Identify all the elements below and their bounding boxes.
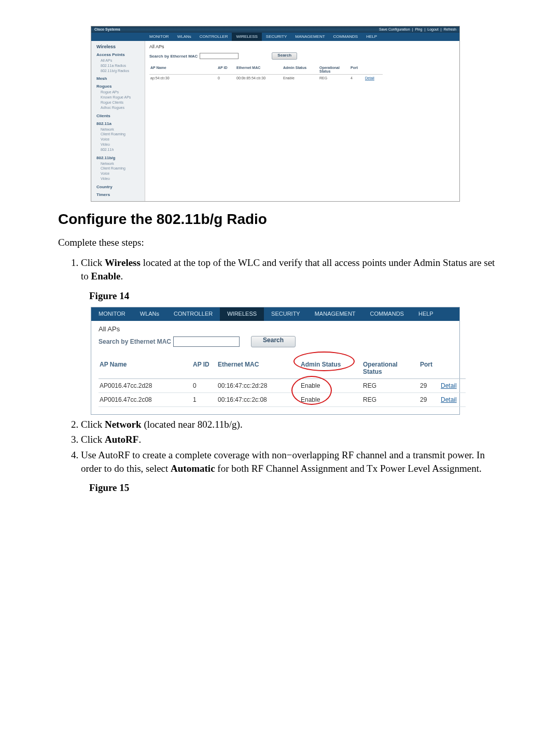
page-title: All APs xyxy=(99,325,452,333)
cell-mac: 00:0b:85:54:cb:30 xyxy=(235,75,282,81)
cell-port: 29 xyxy=(419,393,440,407)
cell-ap-name: AP0016.47cc.2c08 xyxy=(99,393,192,407)
tab-monitor[interactable]: MONITOR xyxy=(91,307,133,321)
col-mac: Ethernet MAC xyxy=(235,65,282,75)
cell-detail: Detail xyxy=(440,379,466,393)
vendor-label: Cisco Systems xyxy=(94,27,120,33)
sidebar-sub-adhoc-rogues[interactable]: Adhoc Rogues xyxy=(101,105,144,110)
cell-ap-id: 0 xyxy=(192,379,217,393)
search-input[interactable] xyxy=(173,336,240,347)
search-button[interactable]: Search xyxy=(251,336,296,347)
sidebar-sub-80211bg-network[interactable]: Network xyxy=(101,161,144,166)
sidebar-sub-80211a-voice[interactable]: Voice xyxy=(101,137,144,142)
sidebar-cat-80211bg[interactable]: 802.11b/g xyxy=(96,156,144,160)
col-mac: Ethernet MAC xyxy=(217,359,300,379)
cell-admin: Enable xyxy=(300,379,362,393)
tab-management[interactable]: MANAGEMENT xyxy=(291,33,329,41)
cell-mac: 00:16:47:cc:2c:08 xyxy=(217,393,300,407)
cell-admin: Enable xyxy=(300,393,362,407)
step-2: Click Network (located near 802.11b/g). xyxy=(81,418,502,431)
tab-controller[interactable]: CONTROLLER xyxy=(195,33,232,41)
detail-link[interactable]: Detail xyxy=(365,76,374,80)
tab-help[interactable]: HELP xyxy=(411,307,441,321)
sidebar-sub-80211a-video[interactable]: Video xyxy=(101,142,144,147)
cell-ap-id: 1 xyxy=(192,393,217,407)
col-admin: Admin Status xyxy=(282,65,318,75)
col-ap-id: AP ID xyxy=(217,65,235,75)
sidebar-sub-80211h[interactable]: 802.11h xyxy=(101,147,144,152)
tab-commands[interactable]: COMMANDS xyxy=(363,307,411,321)
tab-wireless[interactable]: WIRELESS xyxy=(232,33,261,41)
cell-op: REG xyxy=(362,393,419,407)
cell-mac: 00:16:47:cc:2d:28 xyxy=(217,379,300,393)
sidebar-cat-clients[interactable]: Clients xyxy=(96,114,144,118)
detail-link[interactable]: Detail xyxy=(441,396,457,403)
sidebar-cat-80211a[interactable]: 802.11a xyxy=(96,121,144,126)
sidebar-sub-known-rogue-aps[interactable]: Known Rogue APs xyxy=(101,95,144,100)
sidebar-title: Wireless xyxy=(96,44,144,49)
top-global-links: Save Configuration| Ping| Logout| Refres… xyxy=(379,27,456,33)
sidebar-sub-rogue-aps[interactable]: Rogue APs xyxy=(101,90,144,95)
sidebar-sub-80211a-roaming[interactable]: Client Roaming xyxy=(101,132,144,137)
cell-detail: Detail xyxy=(440,393,466,407)
link-refresh[interactable]: Refresh xyxy=(443,27,456,33)
sidebar-sub-rogue-clients[interactable]: Rogue Clients xyxy=(101,100,144,105)
main-panel: All APs Search by Ethernet MAC Search AP… xyxy=(145,41,459,201)
sidebar-cat-country[interactable]: Country xyxy=(96,185,144,189)
section-heading: Configure the 802.11b/g Radio xyxy=(58,211,502,228)
sidebar-sub-80211bg-voice[interactable]: Voice xyxy=(101,171,144,176)
sidebar-sub-all-aps[interactable]: All APs xyxy=(101,58,144,63)
sidebar-cat-mesh[interactable]: Mesh xyxy=(96,76,144,81)
tab-controller[interactable]: CONTROLLER xyxy=(166,307,220,321)
detail-link[interactable]: Detail xyxy=(441,382,457,389)
sidebar-cat-timers[interactable]: Timers xyxy=(96,192,144,197)
col-op: Operational Status xyxy=(318,65,349,75)
search-input[interactable] xyxy=(200,53,239,59)
search-label: Search by Ethernet MAC xyxy=(99,338,171,345)
main-tabs: MONITOR WLANs CONTROLLER WIRELESS SECURI… xyxy=(91,307,459,321)
figure-14: MONITOR WLANs CONTROLLER WIRELESS SECURI… xyxy=(91,307,460,415)
figure-14-caption: Figure 14 xyxy=(89,290,502,302)
col-detail xyxy=(364,65,383,75)
sidebar-cat-rogues[interactable]: Rogues xyxy=(96,84,144,89)
col-op: Operational Status xyxy=(362,359,419,379)
tab-monitor[interactable]: MONITOR xyxy=(145,33,173,41)
window-titlebar: Cisco Systems Save Configuration| Ping| … xyxy=(91,26,459,33)
step-1: Click Wireless located at the top of the… xyxy=(81,256,502,283)
sidebar-sub-80211bg-radios[interactable]: 802.11b/g Radios xyxy=(101,68,144,74)
col-ap-name: AP Name xyxy=(149,65,217,75)
sidebar-sub-80211bg-video[interactable]: Video xyxy=(101,176,144,181)
steps-list-1: Click Wireless located at the top of the… xyxy=(69,256,502,283)
cell-ap-name: AP0016.47cc.2d28 xyxy=(99,379,192,393)
tab-wireless[interactable]: WIRELESS xyxy=(220,307,264,321)
col-port: Port xyxy=(349,65,364,75)
cell-op: REG xyxy=(318,75,349,81)
page-title: All APs xyxy=(149,44,455,49)
link-save-config[interactable]: Save Configuration xyxy=(379,27,410,33)
search-button[interactable]: Search xyxy=(272,52,297,60)
ap-table: AP Name AP ID Ethernet MAC Admin Status … xyxy=(99,359,452,407)
tab-management[interactable]: MANAGEMENT xyxy=(307,307,363,321)
cell-ap-name: ap:54:cb:30 xyxy=(149,75,217,81)
cell-ap-id: 0 xyxy=(217,75,235,81)
figure-13: Cisco Systems Save Configuration| Ping| … xyxy=(91,26,460,202)
tab-commands[interactable]: COMMANDS xyxy=(329,33,362,41)
steps-list-2: Click Network (located near 802.11b/g). … xyxy=(69,418,502,475)
col-ap-id: AP ID xyxy=(192,359,217,379)
sidebar-sub-80211a-network[interactable]: Network xyxy=(101,127,144,132)
sidebar-sub-80211bg-roaming[interactable]: Client Roaming xyxy=(101,166,144,171)
link-ping[interactable]: Ping xyxy=(415,27,422,33)
tab-help[interactable]: HELP xyxy=(362,33,381,41)
sidebar-cat-access-points[interactable]: Access Points xyxy=(96,52,144,57)
col-admin: Admin Status xyxy=(300,359,362,379)
step-3: Click AutoRF. xyxy=(81,433,502,446)
tab-wlans[interactable]: WLANs xyxy=(173,33,195,41)
link-logout[interactable]: Logout xyxy=(427,27,438,33)
step-4: Use AutoRF to create a complete coverage… xyxy=(81,448,502,475)
tab-wlans[interactable]: WLANs xyxy=(133,307,166,321)
tab-security[interactable]: SECURITY xyxy=(262,33,291,41)
sidebar-sub-80211a-radios[interactable]: 802.11a Radios xyxy=(101,63,144,68)
cell-port: 29 xyxy=(419,379,440,393)
figure-15-caption: Figure 15 xyxy=(89,482,502,494)
tab-security[interactable]: SECURITY xyxy=(264,307,307,321)
